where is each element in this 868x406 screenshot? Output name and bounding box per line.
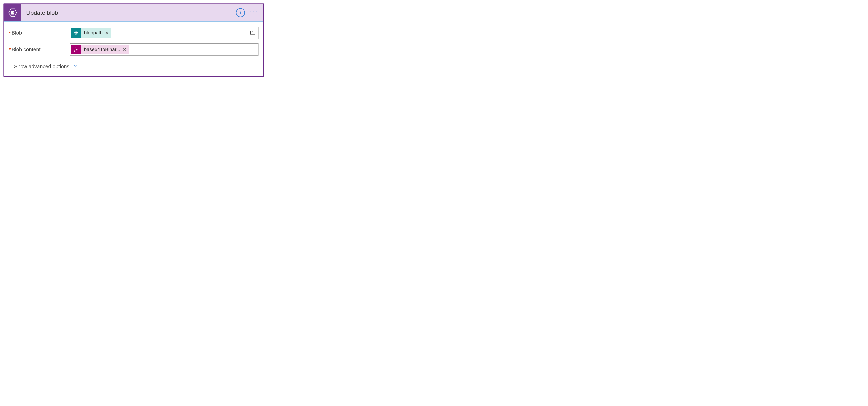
blob-connector-icon: 10 <box>8 8 17 17</box>
svg-text:10: 10 <box>12 12 14 14</box>
info-icon[interactable]: i <box>236 8 245 17</box>
token-expression-label-wrap: base64ToBinar... ✕ <box>81 44 129 54</box>
info-glyph: i <box>240 10 241 15</box>
folder-picker-icon[interactable] <box>250 29 256 36</box>
input-blob[interactable]: blobpath ✕ <box>70 27 258 39</box>
token-expression-label: base64ToBinar... <box>84 47 120 52</box>
label-blob-content: *Blob content <box>9 43 70 53</box>
action-card: 10 Update blob i ··· *Blob <box>3 3 264 77</box>
token-expression[interactable]: fx base64ToBinar... ✕ <box>71 44 129 54</box>
more-menu-icon[interactable]: ··· <box>250 8 258 15</box>
globe-icon <box>71 28 81 38</box>
show-advanced-label: Show advanced options <box>14 64 69 69</box>
connector-icon-container: 10 <box>4 4 21 21</box>
card-header[interactable]: 10 Update blob i ··· <box>4 4 264 22</box>
label-blob-text: Blob <box>12 30 22 36</box>
input-blob-content[interactable]: fx base64ToBinar... ✕ <box>70 43 258 56</box>
required-asterisk: * <box>9 46 11 52</box>
token-blobpath-label: blobpath <box>84 30 102 36</box>
required-asterisk: * <box>9 30 11 36</box>
label-blob-content-text: Blob content <box>12 46 41 52</box>
show-advanced-options[interactable]: Show advanced options <box>9 60 78 73</box>
chevron-down-icon <box>72 63 78 70</box>
card-title: Update blob <box>21 9 236 16</box>
token-blobpath[interactable]: blobpath ✕ <box>71 28 111 38</box>
token-remove-blobpath[interactable]: ✕ <box>105 30 109 36</box>
field-row-blob-content: *Blob content fx base64ToBinar... ✕ <box>9 43 258 56</box>
fx-icon: fx <box>71 44 81 54</box>
field-row-blob: *Blob blobpath ✕ <box>9 27 258 39</box>
token-blobpath-label-wrap: blobpath ✕ <box>81 28 111 38</box>
token-remove-expression[interactable]: ✕ <box>123 47 127 52</box>
fx-glyph: fx <box>74 46 78 53</box>
card-body: *Blob blobpath ✕ <box>4 22 264 76</box>
header-actions: i ··· <box>236 8 264 17</box>
label-blob: *Blob <box>9 27 70 36</box>
